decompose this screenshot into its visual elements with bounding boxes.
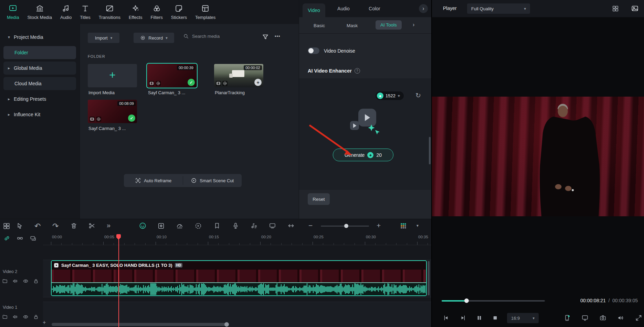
media-item-import[interactable]: + Import Media — [88, 64, 137, 87]
redo-icon[interactable]: ↷ — [52, 222, 59, 231]
tab-titles[interactable]: Titles — [76, 4, 95, 20]
help-icon[interactable]: ? — [355, 68, 360, 74]
eye-icon[interactable] — [23, 314, 29, 320]
chevron-right-icon[interactable]: › — [413, 22, 414, 28]
link-clips-button[interactable] — [3, 235, 10, 242]
quality-dropdown[interactable]: Full Quality ▾ — [467, 3, 530, 14]
tab-audio[interactable]: Audio — [332, 0, 355, 17]
zoom-slider[interactable] — [321, 226, 369, 227]
volume-button[interactable] — [617, 314, 624, 321]
video-preview[interactable] — [432, 97, 644, 216]
device-preview-button[interactable] — [563, 314, 571, 321]
aspect-ratio-dropdown[interactable]: 16:9 ▾ — [507, 313, 539, 323]
generate-button[interactable]: Generate ◆ 20 — [333, 149, 393, 161]
speed-tool-button[interactable] — [176, 222, 183, 230]
timeline-hscrollbar[interactable] — [52, 323, 229, 326]
tab-effects[interactable]: Effects — [125, 4, 147, 20]
delete-button[interactable] — [70, 222, 77, 229]
sidebar-item-global-media[interactable]: ▸ Global Media — [3, 62, 76, 75]
refresh-icon[interactable]: ↻ — [415, 91, 421, 99]
lock-icon[interactable] — [33, 278, 39, 284]
subtab-basic[interactable]: Basic — [314, 17, 325, 34]
split-button[interactable] — [88, 222, 95, 229]
track-manager-button[interactable] — [400, 222, 407, 229]
sidebar-item-cloud-media[interactable]: Cloud Media — [3, 77, 76, 90]
sidebar-label: Editing Presets — [14, 96, 46, 102]
subtab-mask[interactable]: Mask — [347, 17, 358, 34]
tab-stickers[interactable]: Stickers — [167, 4, 191, 20]
toolbox-button[interactable] — [3, 222, 10, 230]
auto-reframe-button[interactable]: Auto Reframe — [124, 174, 183, 187]
record-button[interactable]: Record ▾ — [134, 33, 174, 43]
preview-image-icon[interactable] — [631, 4, 639, 12]
more-options-icon[interactable]: ••• — [275, 34, 281, 39]
player-seekbar-handle[interactable] — [464, 298, 469, 303]
add-track-icon[interactable]: + — [43, 319, 46, 326]
face-tool-button[interactable] — [139, 222, 147, 230]
media-item-clip-2[interactable]: 00:08:09 ✓ Sayf Carman_ 3 ... — [88, 100, 137, 123]
voiceover-button[interactable] — [232, 222, 239, 229]
mute-speaker-icon[interactable] — [12, 278, 18, 284]
zoom-slider-handle[interactable] — [344, 224, 348, 228]
add-to-timeline-icon[interactable]: + — [254, 79, 262, 86]
mute-speaker-icon[interactable] — [12, 314, 18, 320]
tab-templates[interactable]: Templates — [191, 4, 220, 20]
smart-scene-cut-button[interactable]: Smart Scene Cut — [183, 174, 242, 187]
group-link-button[interactable] — [17, 235, 23, 242]
fit-timeline-button[interactable] — [287, 222, 295, 229]
fullscreen-button[interactable] — [635, 314, 642, 321]
play-button[interactable] — [460, 314, 467, 321]
cursor-icon — [16, 222, 23, 230]
eye-icon[interactable] — [23, 278, 29, 284]
playhead-line[interactable] — [118, 234, 119, 327]
pause-button[interactable] — [476, 315, 483, 321]
folder-icon[interactable] — [2, 314, 8, 320]
lock-icon[interactable] — [33, 314, 39, 320]
reset-button[interactable]: Reset — [308, 193, 330, 205]
screen-device-button[interactable] — [269, 222, 276, 229]
timeline-clip[interactable]: Sayf Carman_ 3 EASY, SOLO HAND DRILLS (1… — [51, 260, 427, 296]
media-item-planartracking[interactable]: 00:00:02 + PlanarTracking — [214, 64, 263, 87]
folder-icon[interactable] — [2, 278, 8, 284]
prev-frame-button[interactable] — [442, 314, 450, 321]
track-manager-caret-icon[interactable]: ▾ — [416, 223, 419, 228]
sidebar-item-influence-kit[interactable]: ▸ Influence Kit — [3, 108, 76, 121]
tab-media[interactable]: Media — [3, 4, 23, 20]
tab-stock-media[interactable]: Stock Media — [23, 4, 56, 20]
media-item-clip[interactable]: 00:00:39 ✓ Sayf Carman_ 3 ... — [147, 64, 197, 87]
audio-to-text-button[interactable] — [250, 222, 257, 229]
timeline-vscrollbar[interactable] — [428, 261, 430, 295]
tab-transitions[interactable]: Transitions — [95, 4, 125, 20]
ruler-label: 00:10 — [157, 235, 167, 239]
video-denoise-toggle[interactable] — [308, 47, 319, 54]
undo-icon[interactable]: ↶ — [34, 222, 41, 231]
zoom-out-icon[interactable]: − — [308, 221, 313, 230]
select-tool-button[interactable] — [16, 222, 23, 230]
tab-audio[interactable]: Audio — [56, 4, 76, 20]
tabs-overflow-button[interactable]: › — [419, 4, 428, 13]
track-stack-button[interactable] — [30, 235, 36, 242]
search-input[interactable] — [192, 34, 251, 39]
tab-video[interactable]: Video — [303, 3, 325, 17]
stop-button[interactable] — [492, 315, 498, 321]
tab-color[interactable]: Color — [363, 0, 386, 17]
effects-tool-button[interactable] — [157, 222, 165, 230]
sidebar-item-project-media[interactable]: ▾ Project Media — [3, 31, 76, 44]
snapshot-button[interactable] — [599, 314, 606, 321]
filter-icon[interactable] — [262, 33, 269, 41]
credits-badge[interactable]: ◆ 1522 + — [376, 91, 404, 100]
timeline-hscrollbar-handle[interactable] — [224, 322, 229, 327]
timeline-ruler[interactable]: 00:0000:0500:1000:1500:2000:2500:3000:35 — [43, 233, 431, 245]
more-tools-icon[interactable]: » — [107, 221, 110, 229]
sidebar-item-folder[interactable]: Folder — [3, 46, 76, 59]
properties-scrollbar[interactable] — [429, 137, 431, 164]
import-button[interactable]: Import ▾ — [88, 33, 119, 43]
subtab-ai-tools[interactable]: AI Tools — [376, 20, 402, 30]
layout-grid-icon[interactable] — [612, 5, 619, 12]
sidebar-item-editing-presets[interactable]: ▸ Editing Presets — [3, 92, 76, 106]
display-button[interactable] — [581, 314, 589, 321]
tab-filters[interactable]: Filters — [146, 4, 167, 20]
render-preview-button[interactable] — [194, 222, 202, 230]
zoom-in-icon[interactable]: + — [377, 221, 381, 230]
marker-button[interactable] — [213, 222, 221, 229]
